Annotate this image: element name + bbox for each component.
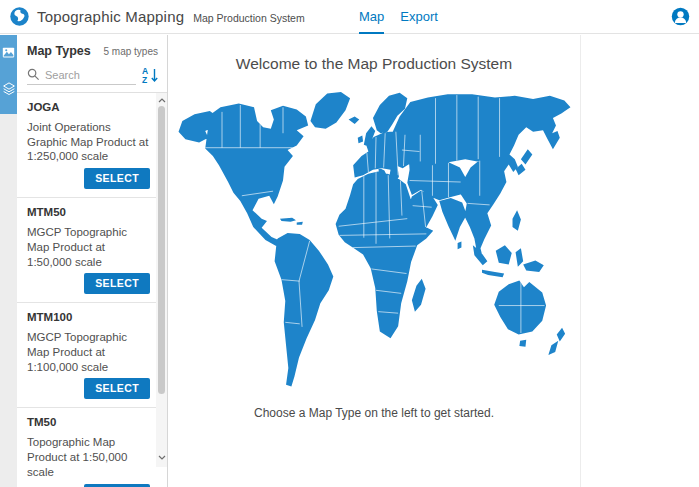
scrollbar-thumb[interactable] (158, 106, 165, 394)
item-description: MGCP Topographic Map Product at 1:50,000… (27, 225, 150, 269)
welcome-panel: Welcome to the Map Production System Cho… (168, 35, 581, 487)
svg-text:Z: Z (142, 75, 147, 85)
tab-export[interactable]: Export (400, 0, 438, 34)
app-subtitle: Map Production System (193, 9, 304, 24)
search-box (27, 68, 136, 85)
chevron-down-icon[interactable] (156, 451, 167, 463)
item-description: MGCP Topographic Map Product at 1:100,00… (27, 330, 150, 374)
list-scrollbar[interactable] (156, 93, 167, 467)
instruction-text: Choose a Map Type on the left to get sta… (168, 406, 580, 420)
list-item-mtm50: MTM50 MGCP Topographic Map Product at 1:… (17, 198, 156, 303)
main-content: Welcome to the Map Production System Cho… (168, 35, 699, 487)
world-map-container (168, 89, 580, 398)
app-title: Topographic Mapping (37, 8, 184, 25)
brand: Topographic Mapping Map Production Syste… (0, 6, 305, 27)
select-button-joga[interactable]: SELECT (84, 168, 150, 189)
select-button-mtm100[interactable]: SELECT (84, 378, 150, 399)
tool-strip (0, 35, 17, 487)
search-row: A Z (17, 58, 167, 93)
map-product-icon[interactable] (0, 39, 17, 65)
search-icon (27, 68, 40, 81)
item-title: JOGA (27, 101, 150, 113)
sort-az-icon[interactable]: A Z (141, 66, 159, 85)
select-button-mtm50[interactable]: SELECT (84, 273, 150, 294)
app-body: Map Types 5 map types A Z JOGA Joint Ope… (0, 35, 699, 487)
select-button-tm50[interactable]: SELECT (84, 484, 150, 487)
tool-strip-active-group (0, 35, 17, 114)
list-item-joga: JOGA Joint Operations Graphic Map Produc… (17, 93, 156, 198)
item-title: TM50 (27, 416, 150, 428)
app-header: Topographic Mapping Map Production Syste… (0, 0, 699, 34)
map-type-count: 5 map types (104, 46, 158, 58)
panel-header: Map Types 5 map types (17, 35, 167, 58)
main-tabs: Map Export (359, 0, 438, 34)
item-title: MTM50 (27, 206, 150, 218)
item-title: MTM100 (27, 311, 150, 323)
globe-icon (9, 6, 30, 27)
search-input[interactable] (45, 69, 136, 81)
item-description: Joint Operations Graphic Map Product at … (27, 120, 150, 164)
map-type-list: JOGA Joint Operations Graphic Map Produc… (17, 93, 167, 487)
list-item-tm50: TM50 Topographic Map Product at 1:50,000… (17, 408, 156, 487)
world-map (176, 89, 573, 394)
item-description: Topographic Map Product at 1:50,000 scal… (27, 435, 150, 479)
tab-map[interactable]: Map (359, 0, 384, 34)
list-item-mtm100: MTM100 MGCP Topographic Map Product at 1… (17, 303, 156, 408)
map-types-panel: Map Types 5 map types A Z JOGA Joint Ope… (17, 35, 168, 487)
layers-icon[interactable] (0, 75, 17, 101)
panel-title: Map Types (27, 44, 91, 58)
account-icon[interactable] (671, 7, 690, 26)
welcome-title: Welcome to the Map Production System (168, 55, 580, 73)
chevron-up-icon[interactable] (156, 94, 167, 106)
